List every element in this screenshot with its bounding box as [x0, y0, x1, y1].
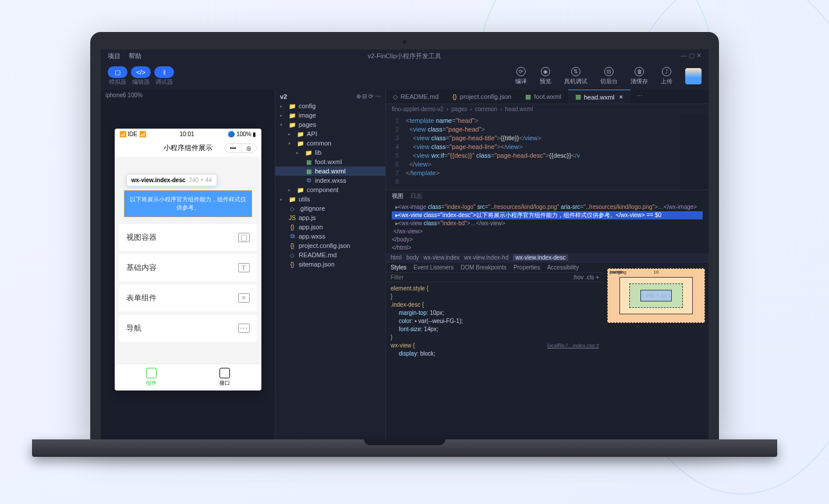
dom-node[interactable]: ▸<wx-view class="index-desc">以下将展示小程序官方组… — [392, 211, 703, 219]
mode-label: 模拟器 — [109, 78, 126, 86]
mode-simulator-button[interactable]: ▢ — [108, 66, 127, 78]
devtools-tab-视图[interactable]: 视图 — [392, 192, 403, 200]
phone-tab-组件[interactable]: 组件 — [115, 364, 188, 391]
file-item-README.md[interactable]: ◇README.md — [275, 250, 385, 260]
simulator-device: iphone6 100% — [101, 90, 275, 101]
file-icon: ◇ — [288, 205, 296, 212]
file-icon: 📁 — [288, 103, 296, 109]
action-icon: ⤴ — [662, 67, 671, 76]
styles-tab-Styles[interactable]: Styles — [391, 264, 406, 271]
dom-node[interactable]: </body> — [392, 236, 703, 244]
file-icon: 📁 — [296, 187, 304, 193]
dom-crumb-item[interactable]: wx-view.index — [424, 254, 460, 261]
file-item-utils[interactable]: ▸📁utils — [275, 194, 385, 204]
breadcrumb[interactable]: fino-applet-demo-v2›pages›common›head.wx… — [386, 104, 708, 114]
mode-label: 调试器 — [155, 78, 173, 86]
close-icon[interactable]: ✕ — [619, 94, 623, 100]
action-切后台[interactable]: ⊟切后台 — [600, 67, 618, 86]
dom-node[interactable]: </html> — [392, 244, 703, 252]
file-item-component[interactable]: ▸📁component — [275, 185, 385, 194]
dom-node[interactable]: </wx-view> — [392, 228, 703, 236]
file-item-index.wxss[interactable]: ⧉index.wxss — [275, 176, 385, 185]
mode-debugger-button[interactable]: ⫴ — [154, 66, 174, 78]
action-清缓存[interactable]: 🗑清缓存 — [630, 67, 648, 86]
crumb[interactable]: common — [475, 106, 497, 112]
phone-tab-接口[interactable]: 接口 — [188, 364, 261, 391]
file-item-app.json[interactable]: {}app.json — [275, 222, 385, 232]
component-card[interactable]: 基础内容T — [119, 254, 257, 281]
dom-breadcrumb[interactable]: htmlbodywx-view.indexwx-view.index-hdwx-… — [386, 253, 708, 262]
file-icon: ⧉ — [304, 177, 313, 184]
styles-filter-toggles[interactable]: :hov .cls + — [573, 274, 599, 281]
dom-view[interactable]: ▸<wx-image class="index-logo" src="../re… — [386, 202, 708, 253]
devtools: 视图日志 ▸<wx-image class="index-logo" src="… — [386, 190, 708, 439]
file-item-image[interactable]: ▸📁image — [275, 111, 385, 120]
tabs-more[interactable]: ⋯ — [630, 90, 649, 104]
dom-crumb-item[interactable]: wx-view.index-hd — [464, 254, 508, 261]
file-item-config[interactable]: ▸📁config — [275, 101, 385, 111]
file-item-app.wxss[interactable]: ⧉app.wxss — [275, 232, 385, 241]
file-icon: {} — [288, 243, 296, 249]
dom-node[interactable]: ▸<wx-image class="index-logo" src="../re… — [392, 203, 703, 211]
dom-crumb-item[interactable]: wx-view.index-desc — [513, 254, 568, 261]
action-真机调试[interactable]: ⇅真机调试 — [564, 67, 587, 86]
dom-crumb-item[interactable]: body — [406, 254, 419, 261]
file-icon: ▦ — [304, 168, 313, 175]
editor-tab-head.wxml[interactable]: ▦head.wxml✕ — [568, 90, 631, 104]
component-card[interactable]: 导航⋯ — [119, 315, 257, 342]
file-item-lib[interactable]: ▸📁lib — [275, 148, 385, 157]
component-card[interactable]: 表单组件≡ — [119, 285, 257, 311]
styles-tab-Event Listeners[interactable]: Event Listeners — [413, 264, 454, 271]
crumb[interactable]: fino-applet-demo-v2 — [392, 106, 444, 112]
file-item-API[interactable]: ▸📁API — [275, 129, 385, 139]
code-editor[interactable]: 1<template name="head">2 <view class="pa… — [386, 114, 708, 190]
styles-filter-input[interactable] — [391, 274, 573, 281]
file-tree-root: v2 — [280, 93, 287, 100]
toolbar: ▢ </> ⫴ 模拟器编辑器调试器 ⟳编译◉预览⇅真机调试⊟切后台🗑清缓存⤴上传 — [101, 63, 708, 90]
file-tree-actions[interactable]: ⊕ ⊟ ⟳ ⋯ — [356, 93, 381, 100]
avatar[interactable] — [685, 68, 702, 84]
editor-tab-project.config.json[interactable]: {}project.config.json — [445, 90, 518, 104]
action-icon: ◉ — [541, 67, 550, 76]
mode-editor-button[interactable]: </> — [131, 66, 151, 78]
file-icon: 📁 — [288, 112, 296, 119]
minimap[interactable] — [679, 114, 708, 190]
file-icon: JS — [288, 215, 296, 221]
editor-tab-README.md[interactable]: ◇README.md — [386, 90, 445, 104]
file-item-sitemap.json[interactable]: {}sitemap.json — [275, 260, 385, 269]
file-explorer: v2 ⊕ ⊟ ⟳ ⋯ ▸📁config▸📁image▾📁pages▸📁API▾📁… — [275, 90, 386, 439]
menu-项目[interactable]: 项目 — [108, 52, 121, 61]
action-icon: ⟳ — [516, 67, 526, 76]
action-预览[interactable]: ◉预览 — [540, 67, 551, 86]
editor-tab-foot.wxml[interactable]: ▦foot.wxml — [518, 90, 568, 104]
dom-crumb-item[interactable]: html — [391, 254, 402, 261]
crumb[interactable]: pages — [451, 106, 467, 112]
file-item-.gitignore[interactable]: ◇.gitignore — [275, 204, 385, 213]
dom-node[interactable]: ▸<wx-view class="index-bd">…</wx-view> — [392, 219, 703, 228]
file-item-app.js[interactable]: JSapp.js — [275, 213, 385, 222]
file-icon: ▦ — [525, 93, 531, 101]
file-item-head.wxml[interactable]: ▦head.wxml — [275, 166, 385, 176]
file-item-pages[interactable]: ▾📁pages — [275, 120, 385, 129]
file-icon: ◇ — [288, 252, 296, 258]
crumb[interactable]: head.wxml — [505, 106, 533, 112]
file-item-foot.wxml[interactable]: ▦foot.wxml — [275, 157, 385, 166]
menu-帮助[interactable]: 帮助 — [129, 52, 141, 61]
styles-tab-DOM Breakpoints[interactable]: DOM Breakpoints — [460, 264, 506, 271]
menubar: 项目帮助 v2-FinClip小程序开发工具 — ▢ ✕ — [101, 49, 708, 63]
styles-tab-Accessibility[interactable]: Accessibility — [547, 264, 579, 271]
devtools-tab-日志[interactable]: 日志 — [410, 192, 422, 200]
status-time: 10:01 — [180, 131, 194, 137]
capsule-buttons[interactable]: •••◎ — [225, 143, 257, 153]
action-上传[interactable]: ⤴上传 — [661, 67, 672, 86]
file-item-common[interactable]: ▾📁common — [275, 139, 385, 148]
file-item-project.config.json[interactable]: {}project.config.json — [275, 241, 385, 250]
window-controls[interactable]: — ▢ ✕ — [681, 52, 702, 61]
status-signal: 📶 IDE 📶 — [119, 131, 146, 137]
styles-tab-Properties[interactable]: Properties — [513, 264, 540, 271]
action-编译[interactable]: ⟳编译 — [515, 67, 527, 86]
mode-label: 编辑器 — [132, 78, 150, 86]
component-card[interactable]: 视图容器▢ — [119, 224, 257, 251]
box-model: margin 10 border padding 240 × 44 — [604, 262, 708, 439]
css-rules[interactable]: element.style {}.index-desc {</span>marg… — [386, 282, 604, 360]
